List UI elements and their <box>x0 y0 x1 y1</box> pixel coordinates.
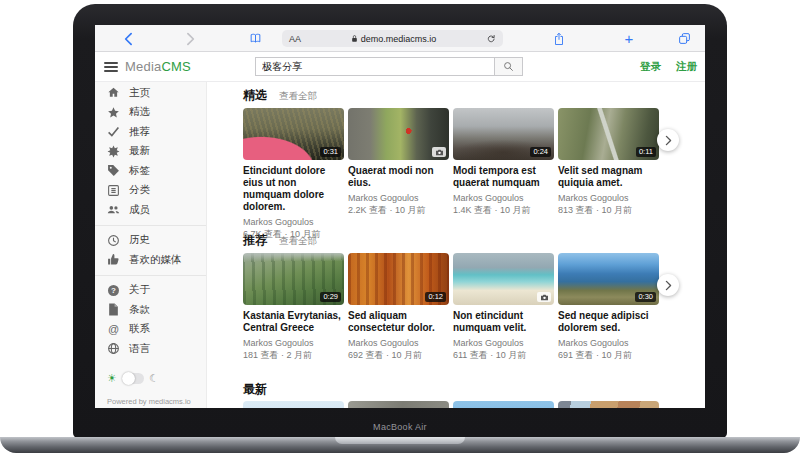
video-title: Modi tempora est quaerat numquam <box>453 165 554 189</box>
video-thumbnail: 0:12 <box>348 253 449 305</box>
laptop-lid-notch <box>335 437 465 444</box>
sidebar-item-language[interactable]: 语言 <box>95 339 206 359</box>
video-card[interactable]: Non etincidunt numquam velit. Markos Gog… <box>453 253 554 377</box>
section-featured: 精选 查看全部 0:31 Etincidunt dolore eius ut n… <box>243 87 705 232</box>
camera-icon <box>537 292 551 302</box>
forward-button[interactable] <box>184 25 198 52</box>
view-all-link[interactable]: 查看全部 <box>279 90 317 103</box>
next-arrow-button[interactable] <box>657 129 679 151</box>
video-card[interactable]: Quaerat modi non eius. Markos Gogoulos 2… <box>348 108 449 232</box>
video-card[interactable] <box>348 401 449 408</box>
book-icon <box>249 32 262 45</box>
new-releases-icon <box>107 145 120 158</box>
video-thumbnail: 0:29 <box>243 253 344 305</box>
powered-by: Powered by mediacms.io <box>107 397 206 406</box>
at-icon <box>107 323 120 336</box>
screen: AA demo.mediacms.io MediaCMS <box>95 25 705 408</box>
menu-button[interactable] <box>104 62 118 72</box>
video-author[interactable]: Markos Gogoulos <box>348 337 449 349</box>
video-card[interactable]: 0:12 Sed aliquam consectetur dolor. Mark… <box>348 253 449 377</box>
home-icon <box>107 86 120 99</box>
video-card[interactable]: 0:31 Etincidunt dolore eius ut non numqu… <box>243 108 344 232</box>
next-arrow-button[interactable] <box>657 274 679 296</box>
login-link[interactable]: 登录 <box>640 60 661 74</box>
help-icon <box>107 284 120 297</box>
section-latest: 最新 <box>243 381 705 408</box>
lock-icon <box>351 34 358 43</box>
device-label: MacBook Air <box>73 422 727 432</box>
browser-toolbar: AA demo.mediacms.io <box>95 25 705 52</box>
register-link[interactable]: 注册 <box>676 60 697 74</box>
sidebar-item-history[interactable]: 历史 <box>95 231 206 251</box>
bookmarks-button[interactable] <box>247 25 263 52</box>
chevron-right-icon <box>186 32 196 46</box>
laptop-base <box>0 437 800 453</box>
theme-toggle[interactable] <box>122 373 144 384</box>
sidebar-divider <box>95 275 206 276</box>
members-icon <box>107 203 120 216</box>
video-card[interactable] <box>558 401 659 408</box>
video-card[interactable]: 0:11 Velit sed magnam quiquia amet. Mark… <box>558 108 659 232</box>
tag-icon <box>107 164 120 177</box>
video-card[interactable] <box>453 401 554 408</box>
latest-row <box>243 401 705 408</box>
chevron-right-icon <box>664 135 673 146</box>
video-title: Non etincidunt numquam velit. <box>453 310 554 334</box>
video-author[interactable]: Markos Gogoulos <box>243 216 344 228</box>
video-author[interactable]: Markos Gogoulos <box>453 337 554 349</box>
main-content: 精选 查看全部 0:31 Etincidunt dolore eius ut n… <box>207 82 705 408</box>
tab-overview-button[interactable] <box>676 25 692 52</box>
video-thumbnail: 0:31 <box>243 108 344 160</box>
search-icon <box>503 61 514 72</box>
camera-icon <box>432 147 446 157</box>
video-card[interactable]: 0:29 Kastania Evrytanias, Central Greece… <box>243 253 344 377</box>
categories-icon <box>107 184 120 197</box>
sidebar-item-contact[interactable]: 联系 <box>95 320 206 340</box>
duration-badge: 0:12 <box>425 292 446 303</box>
video-title: Velit sed magnam quiquia amet. <box>558 165 659 189</box>
search-bar <box>255 57 523 76</box>
video-meta: 692 查看 · 10 月前 <box>348 349 449 361</box>
video-meta: 691 查看 · 10 月前 <box>558 349 659 361</box>
sidebar-item-liked-media[interactable]: 喜欢的媒体 <box>95 250 206 270</box>
video-author[interactable]: Markos Gogoulos <box>558 337 659 349</box>
sidebar-item-home[interactable]: 主页 <box>95 83 206 103</box>
video-card[interactable] <box>243 401 344 408</box>
sidebar-item-about[interactable]: 关于 <box>95 281 206 301</box>
terms-icon <box>107 303 120 316</box>
sidebar-item-tags[interactable]: 标签 <box>95 161 206 181</box>
video-card[interactable]: 0:30 Sed neque adipisci dolorem sed. Mar… <box>558 253 659 377</box>
search-input[interactable] <box>255 57 495 76</box>
url-text: demo.mediacms.io <box>301 34 486 44</box>
video-title: Etincidunt dolore eius ut non numquam do… <box>243 165 344 213</box>
site-logo[interactable]: MediaCMS <box>125 52 191 82</box>
sidebar-item-featured[interactable]: 精选 <box>95 103 206 123</box>
video-title: Sed neque adipisci dolorem sed. <box>558 310 659 334</box>
refresh-button[interactable] <box>486 34 496 44</box>
chevron-right-icon <box>664 280 673 291</box>
moon-icon <box>149 372 159 385</box>
video-thumbnail <box>453 253 554 305</box>
video-card[interactable]: 0:24 Modi tempora est quaerat numquam Ma… <box>453 108 554 232</box>
video-author[interactable]: Markos Gogoulos <box>243 337 344 349</box>
new-tab-button[interactable] <box>622 25 636 52</box>
chevron-left-icon <box>123 32 133 46</box>
video-author[interactable]: Markos Gogoulos <box>348 192 449 204</box>
video-thumbnail: 0:11 <box>558 108 659 160</box>
theme-switcher <box>107 372 206 385</box>
sidebar-item-categories[interactable]: 分类 <box>95 181 206 201</box>
reader-mode-button[interactable]: AA <box>289 34 301 44</box>
back-button[interactable] <box>121 25 135 52</box>
video-title: Quaerat modi non eius. <box>348 165 449 189</box>
search-button[interactable] <box>495 57 523 76</box>
address-bar[interactable]: AA demo.mediacms.io <box>282 30 503 47</box>
sidebar-item-terms[interactable]: 条款 <box>95 300 206 320</box>
sidebar-item-members[interactable]: 成员 <box>95 200 206 220</box>
sidebar-item-latest[interactable]: 最新 <box>95 142 206 162</box>
video-thumbnail <box>453 401 554 408</box>
video-meta: 1.4K 查看 · 10 月前 <box>453 204 554 216</box>
share-button[interactable] <box>551 25 567 52</box>
sidebar-item-recommended[interactable]: 推荐 <box>95 122 206 142</box>
video-author[interactable]: Markos Gogoulos <box>558 192 659 204</box>
video-author[interactable]: Markos Gogoulos <box>453 192 554 204</box>
